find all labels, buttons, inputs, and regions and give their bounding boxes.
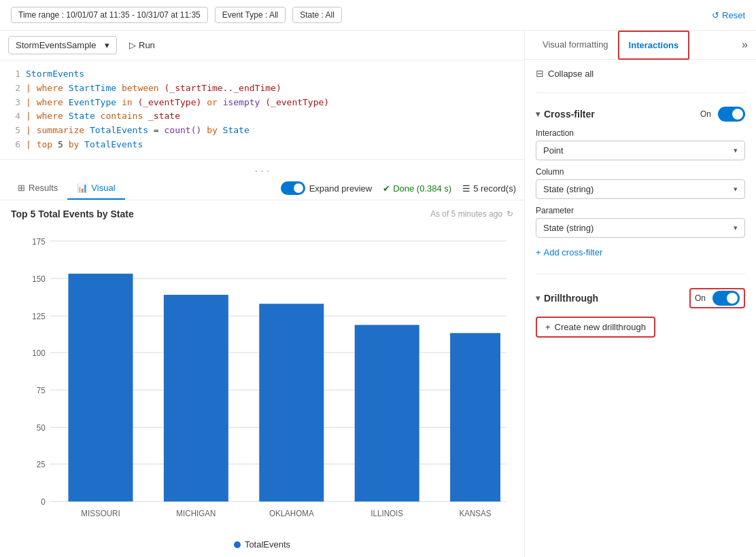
expand-panel-icon[interactable]: »: [742, 39, 748, 51]
tab-results[interactable]: ⊞ Results: [8, 177, 67, 200]
right-panel-tabs: Visual formatting Interactions »: [525, 31, 756, 60]
svg-text:25: 25: [37, 459, 46, 469]
drillthrough-section: ▾ Drillthrough On + Create new drillthro…: [536, 288, 745, 338]
more-indicator: . . .: [0, 160, 524, 177]
state-filter[interactable]: State : All: [292, 7, 342, 23]
chart-legend: TotalEvents: [11, 534, 513, 550]
code-line-2: 2 | where StartTime between (_startTime.…: [8, 82, 516, 96]
column-field: Column State (string) ▾: [536, 167, 745, 199]
cross-filter-toggle-row: On: [700, 107, 745, 122]
reset-button[interactable]: ↺ Reset: [712, 10, 745, 20]
tab-visual-formatting[interactable]: Visual formatting: [533, 31, 618, 59]
column-chevron: ▾: [734, 185, 738, 194]
legend-label: TotalEvents: [245, 539, 290, 550]
code-line-1: 1 StormEvents: [8, 67, 516, 82]
svg-text:MISSOURI: MISSOURI: [81, 508, 120, 518]
run-button[interactable]: ▷ Run: [124, 37, 160, 54]
svg-text:MICHIGAN: MICHIGAN: [176, 508, 216, 518]
top-bar: Time range : 10/01/07 at 11:35 - 10/31/0…: [0, 0, 756, 31]
drillthrough-header: ▾ Drillthrough On: [536, 288, 745, 308]
expand-preview-toggle[interactable]: Expand preview: [281, 181, 373, 195]
database-selector[interactable]: StormEventsSample ▾: [8, 36, 117, 54]
svg-text:75: 75: [37, 385, 46, 395]
expand-toggle-switch[interactable]: [281, 181, 305, 195]
parameter-chevron: ▾: [734, 223, 738, 232]
chart-header: Top 5 Total Events by State As of 5 minu…: [11, 209, 513, 219]
plus-icon: +: [536, 247, 541, 257]
divider-1: [536, 92, 745, 93]
svg-text:KANSAS: KANSAS: [460, 508, 492, 518]
legend-dot: [234, 541, 241, 548]
refresh-icon[interactable]: ↻: [506, 209, 513, 219]
code-line-5: 5 | summarize TotalEvents = count() by S…: [8, 124, 516, 138]
bar-kansas[interactable]: [450, 333, 500, 501]
tab-bar: ⊞ Results 📊 Visual Expand preview ✔ Done…: [0, 177, 524, 200]
done-badge: ✔ Done (0.384 s): [383, 183, 451, 194]
chart-icon: 📊: [77, 183, 88, 193]
code-line-4: 4 | where State contains _state: [8, 109, 516, 124]
chart-title: Top 5 Total Events by State: [11, 209, 134, 219]
drillthrough-title: Drillthrough: [544, 293, 598, 304]
column-dropdown[interactable]: State (string) ▾: [536, 179, 745, 199]
column-label: Column: [536, 167, 745, 177]
svg-text:0: 0: [41, 497, 46, 507]
cross-filter-title-row: ▾ Cross-filter: [536, 109, 595, 120]
bar-illinois[interactable]: [355, 325, 419, 501]
records-badge: ☰ 5 record(s): [462, 183, 516, 194]
cross-filter-header: ▾ Cross-filter On: [536, 107, 745, 122]
cross-filter-chevron[interactable]: ▾: [536, 109, 540, 119]
bar-missouri[interactable]: [68, 274, 133, 501]
cross-filter-section: ▾ Cross-filter On Interaction Point ▾: [536, 107, 745, 260]
event-type-filter[interactable]: Event Type : All: [215, 7, 286, 23]
parameter-label: Parameter: [536, 206, 745, 215]
bar-chart-svg: 175 150 125 100 75 50 25 0: [11, 225, 513, 534]
parameter-dropdown[interactable]: State (string) ▾: [536, 218, 745, 238]
svg-text:175: 175: [32, 236, 45, 247]
chart-area: Top 5 Total Events by State As of 5 minu…: [0, 200, 524, 557]
tab-right-controls: Expand preview ✔ Done (0.384 s) ☰ 5 reco…: [281, 181, 516, 195]
drillthrough-chevron[interactable]: ▾: [536, 293, 540, 303]
reset-icon: ↺: [712, 10, 719, 20]
drillthrough-toggle-row: On: [689, 288, 745, 308]
interaction-field: Interaction Point ▾: [536, 128, 745, 160]
tab-interactions[interactable]: Interactions: [618, 31, 690, 60]
svg-text:ILLINOIS: ILLINOIS: [371, 508, 403, 518]
right-panel-content: ⊟ Collapse all ▾ Cross-filter On: [525, 60, 756, 346]
query-bar: StormEventsSample ▾ ▷ Run: [0, 31, 524, 60]
svg-text:100: 100: [32, 348, 45, 358]
main-layout: StormEventsSample ▾ ▷ Run 1 StormEvents …: [0, 31, 756, 557]
check-icon: ✔: [383, 183, 390, 194]
create-drillthrough-button[interactable]: + Create new drillthrough: [536, 317, 655, 338]
svg-text:50: 50: [37, 423, 46, 433]
chart-meta: As of 5 minutes ago ↻: [430, 209, 513, 219]
left-panel: StormEventsSample ▾ ▷ Run 1 StormEvents …: [0, 31, 525, 557]
divider-2: [536, 274, 745, 274]
parameter-field: Parameter State (string) ▾: [536, 206, 745, 238]
time-range-filter[interactable]: Time range : 10/01/07 at 11:35 - 10/31/0…: [11, 7, 208, 23]
interaction-chevron: ▾: [734, 146, 738, 155]
bar-oklahoma[interactable]: [259, 304, 324, 501]
drillthrough-toggle[interactable]: [712, 291, 740, 306]
interaction-label: Interaction: [536, 128, 745, 138]
run-icon: ▷: [129, 40, 136, 50]
chevron-down-icon: ▾: [105, 40, 109, 50]
chart-body: 175 150 125 100 75 50 25 0: [11, 225, 513, 534]
cross-filter-toggle[interactable]: [718, 107, 745, 122]
interaction-dropdown[interactable]: Point ▾: [536, 141, 745, 160]
plus-icon-drillthrough: +: [545, 322, 551, 332]
collapse-icon: ⊟: [536, 68, 544, 79]
records-icon: ☰: [462, 183, 470, 194]
add-cross-filter-button[interactable]: + Add cross-filter: [536, 245, 602, 260]
tab-visual[interactable]: 📊 Visual: [67, 177, 124, 200]
code-line-6: 6 | top 5 by TotalEvents: [8, 138, 516, 152]
svg-text:125: 125: [32, 311, 45, 321]
collapse-all-button[interactable]: ⊟ Collapse all: [536, 68, 745, 79]
drillthrough-toggle-label: On: [695, 293, 706, 303]
table-icon: ⊞: [18, 183, 25, 193]
right-panel: Visual formatting Interactions » ⊟ Colla…: [525, 31, 756, 557]
code-editor[interactable]: 1 StormEvents 2 | where StartTime betwee…: [0, 60, 524, 160]
drillthrough-title-row: ▾ Drillthrough: [536, 293, 598, 304]
cross-filter-toggle-label: On: [700, 109, 711, 119]
bar-michigan[interactable]: [164, 295, 228, 501]
cross-filter-title: Cross-filter: [544, 109, 595, 120]
